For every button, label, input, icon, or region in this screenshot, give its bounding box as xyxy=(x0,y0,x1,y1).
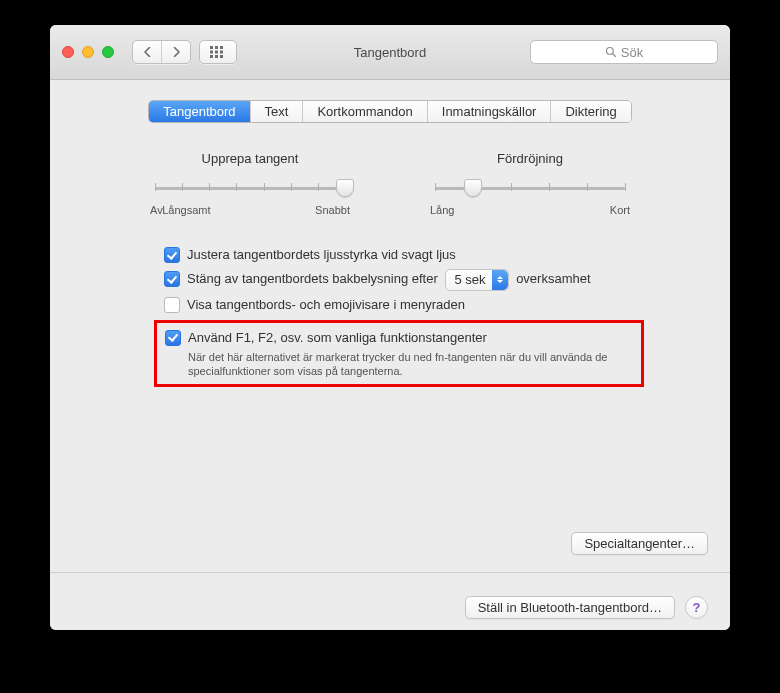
tab-bar: TangentbordTextKortkommandonInmatningskä… xyxy=(148,100,631,123)
slider-thumb[interactable] xyxy=(336,179,354,197)
option-adjust-brightness[interactable]: Justera tangentbordets ljusstyrka vid sv… xyxy=(164,246,644,263)
nav-back-forward xyxy=(132,40,191,64)
pane-body: TangentbordTextKortkommandonInmatningskä… xyxy=(50,80,730,630)
grid-icon xyxy=(210,46,226,58)
tab-kortkommandon[interactable]: Kortkommandon xyxy=(302,101,426,122)
key-repeat-slider[interactable] xyxy=(155,178,345,198)
tab-diktering[interactable]: Diktering xyxy=(550,101,630,122)
svg-rect-5 xyxy=(220,51,223,54)
svg-rect-0 xyxy=(210,46,213,49)
delay-block: Fördröjning Lång Kort xyxy=(430,151,630,216)
option-fn-keys-subtext: När det här alternativet är markerat try… xyxy=(188,350,633,378)
window-toolbar: Tangentbord Sök xyxy=(50,25,730,80)
preferences-window: Tangentbord Sök TangentbordTextKortkomma… xyxy=(50,25,730,630)
svg-rect-8 xyxy=(220,55,223,58)
zoom-window-button[interactable] xyxy=(102,46,114,58)
svg-rect-2 xyxy=(220,46,223,49)
key-repeat-max: Snabbt xyxy=(315,204,350,216)
key-repeat-mid: Långsamt xyxy=(162,204,210,216)
key-repeat-block: Upprepa tangent Av Långsamt Snabbt xyxy=(150,151,350,216)
separator xyxy=(50,572,730,573)
option-backlight-off-label: Stäng av tangentbordets bakbelysning eft… xyxy=(187,270,591,289)
tab-tangentbord[interactable]: Tangentbord xyxy=(149,101,249,122)
search-placeholder: Sök xyxy=(621,45,643,60)
option-emoji-viewer-label: Visa tangentbords- och emojivisare i men… xyxy=(187,296,465,313)
svg-rect-6 xyxy=(210,55,213,58)
minimize-window-button[interactable] xyxy=(82,46,94,58)
delay-min: Lång xyxy=(430,204,454,216)
chevron-left-icon xyxy=(143,47,152,57)
help-button[interactable]: ? xyxy=(685,596,708,619)
show-all-button[interactable] xyxy=(199,40,237,64)
svg-line-10 xyxy=(612,54,615,57)
key-repeat-min: Av xyxy=(150,204,163,216)
bluetooth-keyboard-button[interactable]: Ställ in Bluetooth-tangentbord… xyxy=(465,596,675,619)
option-backlight-off[interactable]: Stäng av tangentbordets bakbelysning eft… xyxy=(164,270,644,289)
backlight-timeout-select[interactable]: 5 sek xyxy=(445,269,508,291)
stepper-arrows-icon xyxy=(492,270,508,290)
modifier-keys-button[interactable]: Specialtangenter… xyxy=(571,532,708,555)
tab-inmatningskällor[interactable]: Inmatningskällor xyxy=(427,101,551,122)
search-icon xyxy=(605,46,617,58)
svg-rect-1 xyxy=(215,46,218,49)
checkbox-adjust-brightness[interactable] xyxy=(164,247,180,263)
options: Justera tangentbordets ljusstyrka vid sv… xyxy=(164,246,644,387)
highlight-fn-keys: Använd F1, F2, osv. som vanliga funktion… xyxy=(154,320,644,387)
delay-max: Kort xyxy=(610,204,630,216)
tab-text[interactable]: Text xyxy=(250,101,303,122)
delay-label: Fördröjning xyxy=(430,151,630,166)
slider-thumb[interactable] xyxy=(464,179,482,197)
close-window-button[interactable] xyxy=(62,46,74,58)
option-fn-keys-label: Använd F1, F2, osv. som vanliga funktion… xyxy=(188,329,633,346)
search-field[interactable]: Sök xyxy=(530,40,718,64)
option-fn-keys[interactable]: Använd F1, F2, osv. som vanliga funktion… xyxy=(165,329,633,378)
nav-forward-button[interactable] xyxy=(161,41,190,63)
chevron-right-icon xyxy=(172,47,181,57)
window-controls xyxy=(62,46,114,58)
sliders: Upprepa tangent Av Långsamt Snabbt Fördr… xyxy=(50,151,730,216)
nav-back-button[interactable] xyxy=(133,41,161,63)
svg-rect-7 xyxy=(215,55,218,58)
svg-rect-4 xyxy=(215,51,218,54)
option-fn-keys-text: Använd F1, F2, osv. som vanliga funktion… xyxy=(188,329,633,378)
svg-rect-3 xyxy=(210,51,213,54)
option-adjust-brightness-label: Justera tangentbordets ljusstyrka vid sv… xyxy=(187,246,456,263)
key-repeat-label: Upprepa tangent xyxy=(150,151,350,166)
option-emoji-viewer[interactable]: Visa tangentbords- och emojivisare i men… xyxy=(164,296,644,313)
checkbox-emoji-viewer[interactable] xyxy=(164,297,180,313)
delay-slider[interactable] xyxy=(435,178,625,198)
checkbox-backlight-off[interactable] xyxy=(164,271,180,287)
checkbox-fn-keys[interactable] xyxy=(165,330,181,346)
